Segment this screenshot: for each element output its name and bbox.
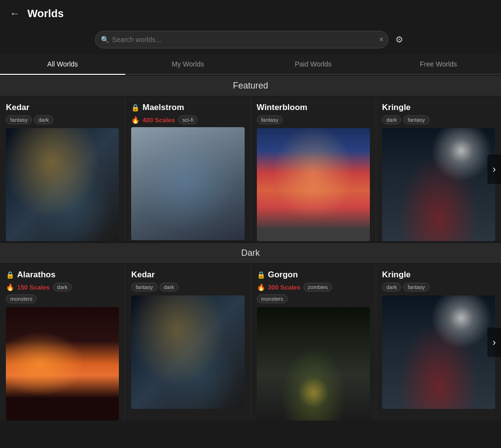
card-title-row: Kringle <box>382 270 495 280</box>
dark-worlds-grid: 🔒 Alarathos 🔥 150 Scales dark monsters K… <box>0 263 501 421</box>
featured-grid: Kedar fantasy dark 🔒 Maelstrom 🔥 400 Sca… <box>0 96 501 242</box>
dark-grid: 🔒 Alarathos 🔥 150 Scales dark monsters K… <box>0 263 501 421</box>
tags-row: fantasy dark <box>131 283 244 291</box>
card-title: Kedar <box>131 270 155 280</box>
world-card-kringle-featured[interactable]: Kringle dark fantasy <box>376 97 501 241</box>
scales-row: 🔥 150 Scales dark <box>6 283 119 291</box>
tag-fantasy: fantasy <box>257 115 283 124</box>
tags-row: fantasy dark <box>6 115 119 124</box>
scales-text: 300 Scales <box>268 284 301 291</box>
search-clear-button[interactable]: × <box>379 36 384 44</box>
card-title: Alarathos <box>17 270 55 280</box>
card-image-winterbloom <box>257 128 370 241</box>
world-card-gorgon[interactable]: 🔒 Gorgon 🔥 300 Scales zombies monsters <box>251 264 376 420</box>
world-card-winterbloom[interactable]: Winterbloom fantasy <box>251 97 376 241</box>
world-card-kedar-featured[interactable]: Kedar fantasy dark <box>0 97 125 241</box>
tags-row: monsters <box>257 294 370 303</box>
search-icon: 🔍 <box>101 36 109 44</box>
featured-next-arrow[interactable]: › <box>487 155 501 184</box>
scales-row: 🔥 300 Scales zombies <box>257 283 370 291</box>
dark-next-arrow[interactable]: › <box>487 328 501 357</box>
search-container: 🔍 × ⚙ <box>0 27 501 54</box>
world-card-alarathos[interactable]: 🔒 Alarathos 🔥 150 Scales dark monsters <box>0 264 125 420</box>
tag-monsters: monsters <box>257 294 288 303</box>
world-card-maelstrom[interactable]: 🔒 Maelstrom 🔥 400 Scales sci-fi <box>125 97 250 241</box>
header: ← Worlds <box>0 0 501 27</box>
card-title-row: Kedar <box>131 270 244 280</box>
card-title: Kringle <box>382 270 411 280</box>
world-card-kedar-dark[interactable]: Kedar fantasy dark <box>125 264 250 420</box>
tag-dark: dark <box>382 283 401 291</box>
card-title-row: Winterbloom <box>257 103 370 112</box>
tag-fantasy: fantasy <box>403 283 429 291</box>
scales-row: 🔥 400 Scales sci-fi <box>131 115 244 124</box>
card-image-maelstrom <box>131 127 244 240</box>
tags-row: monsters <box>6 294 119 303</box>
filter-button[interactable]: ⚙ <box>392 31 406 48</box>
tag-monsters: monsters <box>6 294 37 303</box>
back-button[interactable]: ← <box>8 6 22 21</box>
search-input[interactable] <box>95 31 388 48</box>
tab-paid-worlds[interactable]: Paid Worlds <box>250 54 376 74</box>
tag-dark: dark <box>382 115 401 124</box>
world-card-kringle-dark[interactable]: Kringle dark fantasy <box>376 264 501 420</box>
card-title-row: 🔒 Gorgon <box>257 270 370 280</box>
tab-my-worlds[interactable]: My Worlds <box>125 54 250 74</box>
card-image-kringle-dark <box>382 295 495 408</box>
lock-icon: 🔒 <box>131 104 139 112</box>
tags-row: fantasy <box>257 115 370 124</box>
featured-worlds-grid: Kedar fantasy dark 🔒 Maelstrom 🔥 400 Sca… <box>0 96 501 242</box>
tag-fantasy: fantasy <box>131 283 157 291</box>
card-image-kedar-dark <box>131 295 244 408</box>
card-title-row: Kringle <box>382 103 495 112</box>
tag-scifi: sci-fi <box>178 115 198 124</box>
lock-icon: 🔒 <box>6 271 14 279</box>
tags-row: dark fantasy <box>382 283 495 291</box>
card-title: Maelstrom <box>142 103 184 112</box>
card-image-kringle <box>382 128 495 241</box>
scales-icon: 🔥 <box>257 283 265 291</box>
tag-fantasy: fantasy <box>403 115 429 124</box>
tab-all-worlds[interactable]: All Worlds <box>0 54 125 74</box>
tags-row: dark fantasy <box>382 115 495 124</box>
card-image-gorgon <box>257 307 370 420</box>
card-image-kedar-featured <box>6 128 119 241</box>
card-title: Kringle <box>382 103 411 112</box>
page-title: Worlds <box>27 7 64 20</box>
tag-zombies: zombies <box>303 283 332 291</box>
search-wrapper: 🔍 × <box>95 31 388 48</box>
tag-dark: dark <box>34 115 53 124</box>
tabs-bar: All Worlds My Worlds Paid Worlds Free Wo… <box>0 54 501 75</box>
scales-text: 150 Scales <box>17 284 50 291</box>
card-title-row: 🔒 Alarathos <box>6 270 119 280</box>
card-title: Gorgon <box>268 270 298 280</box>
scales-text: 400 Scales <box>142 116 175 124</box>
lock-icon: 🔒 <box>257 271 265 279</box>
dark-section-header: Dark <box>0 243 501 263</box>
tab-free-worlds[interactable]: Free Worlds <box>376 54 501 74</box>
card-title: Kedar <box>6 103 29 112</box>
card-image-alarathos <box>6 307 119 420</box>
featured-section-header: Featured <box>0 76 501 96</box>
tag-dark: dark <box>53 283 72 291</box>
scales-icon: 🔥 <box>6 283 14 291</box>
card-title-row: Kedar <box>6 103 119 112</box>
tag-fantasy: fantasy <box>6 115 32 124</box>
tag-dark: dark <box>159 283 179 291</box>
card-title-row: 🔒 Maelstrom <box>131 103 244 112</box>
card-title: Winterbloom <box>257 103 308 112</box>
scales-icon: 🔥 <box>131 116 139 124</box>
